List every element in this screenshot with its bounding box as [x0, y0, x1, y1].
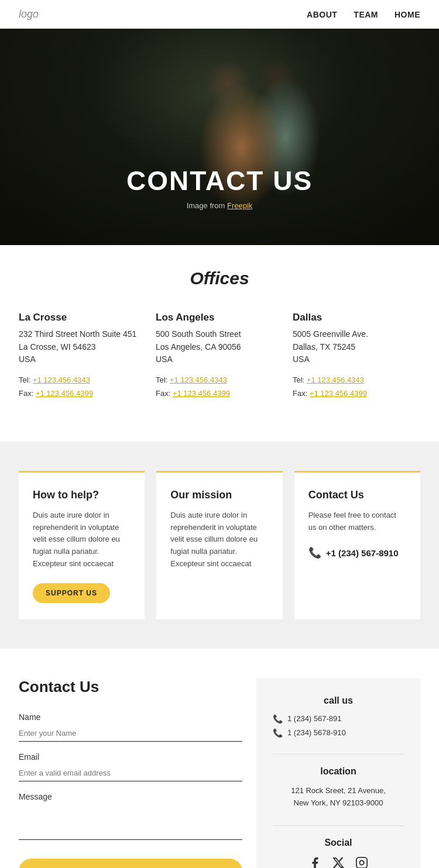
sidebar-call-us: call us 📞 1 (234) 567-891 📞 1 (234) 5678…: [273, 695, 404, 738]
office-contact-0: Tel: +1 123.456.4343 Fax: +1 123.456.439…: [19, 373, 146, 401]
sidebar-location: location 121 Rock Sreet, 21 Avenue, New …: [273, 766, 404, 810]
name-label: Name: [19, 712, 242, 722]
info-card-title-2: Contact Us: [308, 489, 406, 501]
sidebar-social: Social: [273, 838, 404, 868]
office-address-2: 5005 Greenville Ave.Dallas, TX 75245USA: [293, 328, 420, 366]
nav-about[interactable]: ABOUT: [307, 10, 337, 19]
info-section: How to help? Duis aute irure dolor in re…: [0, 442, 439, 649]
form-group-name: Name: [19, 712, 242, 742]
phone-icon-1: 📞: [273, 728, 283, 738]
office-tel-0[interactable]: +1 123.456.4343: [33, 376, 90, 384]
office-tel-1[interactable]: +1 123.456.4343: [170, 376, 227, 384]
email-label: Email: [19, 752, 242, 762]
form-group-email: Email: [19, 752, 242, 781]
logo: logo: [19, 8, 39, 20]
name-input[interactable]: [19, 725, 242, 742]
nav-home[interactable]: HOME: [395, 10, 420, 19]
form-group-message: Message: [19, 792, 242, 842]
info-card-body-2: Please feel free to contact us on other …: [308, 509, 406, 534]
office-address-0: 232 Third Street North Suite 451La Cross…: [19, 328, 146, 366]
address-line1: 121 Rock Sreet, 21 Avenue,: [291, 786, 386, 795]
hero-image-overlay: [0, 29, 439, 245]
info-card-body-0: Duis aute irure dolor in reprehenderit i…: [33, 509, 131, 570]
office-la-crosse: La Crosse 232 Third Street North Suite 4…: [19, 306, 146, 407]
hero-subtitle: Image from Freepik: [0, 201, 439, 210]
nav-team[interactable]: TEAM: [354, 10, 378, 19]
office-city-2: Dallas: [293, 312, 420, 323]
divider-1: [273, 754, 404, 755]
email-input[interactable]: [19, 765, 242, 781]
contact-sidebar: call us 📞 1 (234) 567-891 📞 1 (234) 5678…: [256, 678, 420, 868]
info-card-title-0: How to help?: [33, 489, 131, 501]
offices-section: Offices La Crosse 232 Third Street North…: [0, 245, 439, 418]
office-los-angeles: Los Angeles 500 South South StreetLos An…: [156, 306, 283, 407]
social-title: Social: [273, 838, 404, 848]
location-title: location: [273, 766, 404, 777]
message-label: Message: [19, 792, 242, 801]
sidebar-address: 121 Rock Sreet, 21 Avenue, New York, NY …: [273, 785, 404, 810]
call-us-title: call us: [273, 695, 404, 706]
office-city-1: Los Angeles: [156, 312, 283, 323]
office-fax-2[interactable]: +1 123.456.4399: [310, 389, 367, 398]
hero-section: CONTACT US Image from Freepik: [0, 29, 439, 245]
address-line2: New York, NY 92103-9000: [294, 798, 383, 807]
office-dallas: Dallas 5005 Greenville Ave.Dallas, TX 75…: [293, 306, 420, 407]
phone-number-1: 1 (234) 5678-910: [287, 728, 346, 737]
info-card-our-mission: Our mission Duis aute irure dolor in rep…: [156, 471, 282, 619]
facebook-icon[interactable]: [308, 856, 321, 868]
info-card-contact-us: Contact Us Please feel free to contact u…: [294, 471, 420, 619]
contact-form-title: Contact Us: [19, 678, 242, 696]
info-card-body-1: Duis aute irure dolor in reprehenderit i…: [170, 509, 268, 570]
offices-title: Offices: [19, 268, 420, 288]
office-fax-1[interactable]: +1 123.456.4399: [173, 389, 230, 398]
office-contact-2: Tel: +1 123.456.4343 Fax: +1 123.456.439…: [293, 373, 420, 401]
navbar: logo ABOUT TEAM HOME: [0, 0, 439, 29]
office-address-1: 500 South South StreetLos Angeles, CA 90…: [156, 328, 283, 366]
sidebar-phone-1: 📞 1 (234) 5678-910: [273, 728, 404, 738]
svg-rect-0: [356, 857, 367, 868]
divider-2: [273, 825, 404, 826]
nav-links: ABOUT TEAM HOME: [307, 10, 420, 19]
x-twitter-icon[interactable]: [332, 856, 345, 868]
message-input[interactable]: [19, 805, 242, 840]
office-contact-1: Tel: +1 123.456.4343 Fax: +1 123.456.439…: [156, 373, 283, 401]
info-card-title-1: Our mission: [170, 489, 268, 501]
submit-button[interactable]: SUBMIT: [19, 859, 242, 868]
info-card-phone: 📞 +1 (234) 567-8910: [308, 546, 406, 559]
info-grid: How to help? Duis aute irure dolor in re…: [19, 471, 420, 619]
office-city-0: La Crosse: [19, 312, 146, 323]
office-fax-0[interactable]: +1 123.456.4399: [36, 389, 93, 398]
sidebar-phone-0: 📞 1 (234) 567-891: [273, 714, 404, 724]
offices-grid: La Crosse 232 Third Street North Suite 4…: [19, 306, 420, 407]
hero-credit-link[interactable]: Freepik: [227, 201, 252, 210]
hero-credit-text: Image from: [187, 201, 227, 210]
info-card-how-to-help: How to help? Duis aute irure dolor in re…: [19, 471, 145, 619]
social-icons: [273, 856, 404, 868]
instagram-icon[interactable]: [355, 856, 368, 868]
hero-content: CONTACT US Image from Freepik: [0, 165, 439, 210]
hero-title: CONTACT US: [0, 165, 439, 197]
contact-section: Contact Us Name Email Message SUBMIT cal…: [0, 649, 439, 868]
phone-number-0: 1 (234) 567-891: [287, 714, 342, 723]
support-us-button[interactable]: SUPPORT US: [33, 583, 110, 603]
info-card-phone-number: +1 (234) 567-8910: [326, 548, 399, 558]
phone-icon-0: 📞: [273, 714, 283, 724]
phone-icon: 📞: [308, 546, 321, 559]
office-tel-2[interactable]: +1 123.456.4343: [307, 376, 364, 384]
contact-form-wrap: Contact Us Name Email Message SUBMIT: [19, 678, 242, 868]
